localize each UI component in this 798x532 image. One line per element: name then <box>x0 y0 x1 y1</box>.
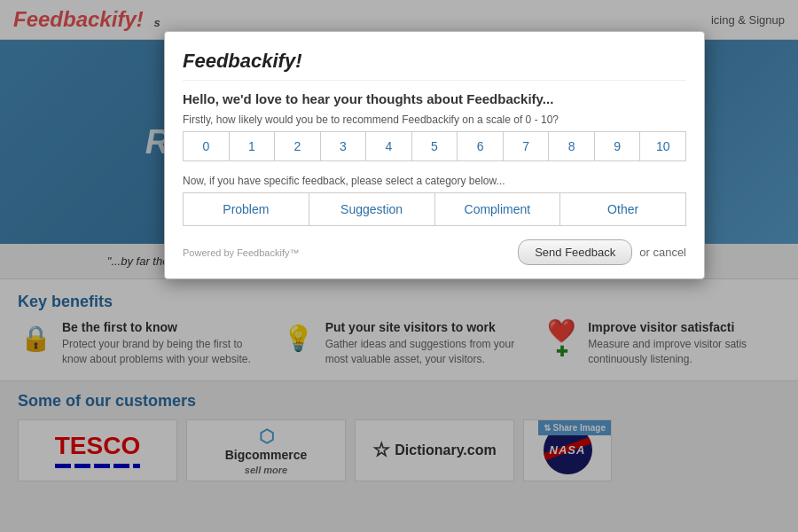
send-feedback-button[interactable]: Send Feedback <box>518 239 632 265</box>
category-compliment[interactable]: Compliment <box>435 193 561 225</box>
scale-7[interactable]: 7 <box>504 132 550 160</box>
scale-1[interactable]: 1 <box>230 132 276 160</box>
scale-8[interactable]: 8 <box>549 132 595 160</box>
powered-by: Powered by Feedbackify™ <box>183 247 299 258</box>
scale-0[interactable]: 0 <box>184 132 230 160</box>
category-suggestion[interactable]: Suggestion <box>309 193 435 225</box>
modal-subtitle: Hello, we'd love to hear your thoughts a… <box>183 91 686 106</box>
category-other[interactable]: Other <box>560 193 685 225</box>
scale-9[interactable]: 9 <box>595 132 641 160</box>
category-grid: Problem Suggestion Compliment Other <box>183 192 686 226</box>
footer-actions: Send Feedback or cancel <box>518 239 686 265</box>
scale-2[interactable]: 2 <box>275 132 321 160</box>
cancel-link[interactable]: or cancel <box>639 246 686 259</box>
scale-10[interactable]: 10 <box>640 132 685 160</box>
scale-6[interactable]: 6 <box>458 132 504 160</box>
modal-title: Feedbackify! <box>183 50 686 81</box>
scale-3[interactable]: 3 <box>321 132 367 160</box>
category-problem[interactable]: Problem <box>184 193 309 225</box>
modal-footer: Powered by Feedbackify™ Send Feedback or… <box>183 239 686 265</box>
scale-grid: 0 1 2 3 4 5 6 7 8 9 10 <box>183 131 686 161</box>
scale-5[interactable]: 5 <box>412 132 458 160</box>
scale-4[interactable]: 4 <box>366 132 412 160</box>
scale-label: Firstly, how likely would you be to reco… <box>183 113 686 126</box>
category-label: Now, if you have specific feedback, plea… <box>183 175 686 187</box>
feedback-modal: Feedbackify! Hello, we'd love to hear yo… <box>164 31 705 279</box>
